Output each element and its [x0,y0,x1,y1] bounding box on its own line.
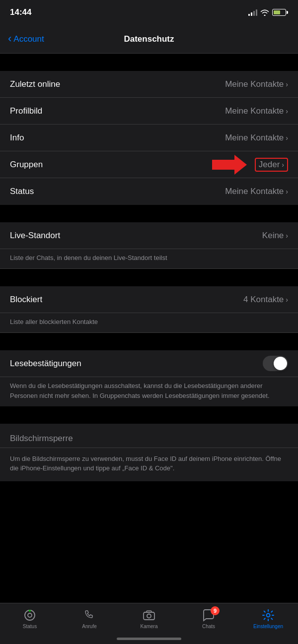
status-icon [23,608,37,622]
svg-rect-4 [144,612,154,620]
blockiert-row[interactable]: Blockiert 4 Kontakte › [0,286,298,313]
content-area: Zuletzt online Meine Kontakte › Profilbi… [0,54,298,603]
signal-icon [248,9,257,16]
page-title: Datenschutz [124,34,174,44]
lesebestatigungen-label: Lesebestätigungen [10,359,81,369]
gruppen-highlight-box: Jeder › [255,158,288,172]
back-label: Account [13,34,44,44]
info-value: Meine Kontakte › [225,133,288,143]
info-label: Info [10,133,24,143]
status-privacy-value: Meine Kontakte › [225,187,288,196]
chevron-icon: › [286,232,288,240]
zuletzt-online-value: Meine Kontakte › [225,79,288,89]
svg-point-2 [28,613,32,617]
info-row[interactable]: Info Meine Kontakte › [0,125,298,151]
chevron-icon: › [286,188,288,195]
section-gap-5 [0,406,298,424]
back-chevron-icon: ‹ [8,32,11,45]
read-receipts-section: Lesebestätigungen Wenn du die Lesebestät… [0,350,298,406]
tab-settings-label: Einstellungen [253,624,283,629]
blocked-section: Blockiert 4 Kontakte › Liste aller block… [0,286,298,333]
privacy-section: Zuletzt online Meine Kontakte › Profilbi… [0,71,298,205]
screen-lock-desc-text: Um die Bildschirmsperre zu verwenden, mu… [10,455,281,472]
section-gap-2 [0,205,298,222]
camera-tab-icon [142,608,156,622]
screen-lock-header: Bildschirmsperre [0,424,298,448]
back-button[interactable]: ‹ Account [8,33,44,45]
chevron-icon: › [286,107,288,115]
live-standort-value: Keine › [262,231,288,241]
section-gap-4 [0,333,298,350]
svg-marker-0 [212,155,247,175]
screen-lock-section: Bildschirmsperre Um die Bildschirmsperre… [0,424,298,481]
tab-chats-label: Chats [202,624,215,629]
tab-camera-label: Kamera [140,624,157,629]
lesebestatigungen-desc-text: Wenn du die Lesebestätigungen ausschalte… [10,382,270,399]
live-location-section: Live-Standort Keine › Liste der Chats, i… [0,222,298,269]
live-standort-description: Liste der Chats, in denen du deinen Live… [0,249,298,269]
blockiert-description: Liste aller blockierten Kontakte [0,313,298,333]
camera-icon [142,608,156,622]
status-row[interactable]: Status Meine Kontakte › [0,178,298,205]
status-bar: 14:44 [0,0,298,25]
gruppen-value: Jeder [259,160,280,170]
chevron-icon: › [286,80,288,88]
screen-lock-description: Um die Bildschirmsperre zu verwenden, mu… [0,448,298,481]
gruppen-right: Jeder › [212,155,288,175]
chevron-icon: › [286,296,288,304]
wifi-icon [260,9,269,16]
profilbild-value: Meine Kontakte › [225,106,288,116]
calls-icon [82,608,96,622]
toggle-thumb [274,357,287,370]
svg-point-3 [29,610,31,612]
chats-badge: 9 [211,606,220,615]
tab-chats[interactable]: 9 Chats [191,608,226,629]
gruppen-label: Gruppen [10,160,43,170]
blockiert-label: Blockiert [10,295,42,305]
nav-bar: ‹ Account Datenschutz [0,25,298,54]
calls-tab-icon [82,608,96,622]
blockiert-value: 4 Kontakte › [243,295,288,305]
gruppen-row[interactable]: Gruppen Jeder › [0,151,298,178]
zuletzt-online-label: Zuletzt online [10,79,60,89]
status-time: 14:44 [10,7,31,17]
section-gap-1 [0,54,298,71]
lesebestatigungen-description: Wenn du die Lesebestätigungen ausschalte… [0,377,298,406]
screen-lock-header-text: Bildschirmsperre [10,434,73,443]
zuletzt-online-row[interactable]: Zuletzt online Meine Kontakte › [0,71,298,98]
blockiert-desc-text: Liste aller blockierten Kontakte [10,318,98,325]
profilbild-row[interactable]: Profilbild Meine Kontakte › [0,98,298,125]
chevron-icon: › [282,161,284,169]
settings-tab-icon [261,608,275,622]
status-icons [248,9,288,16]
section-gap-3 [0,269,298,286]
live-standort-desc-text: Liste der Chats, in denen du deinen Live… [10,254,167,261]
tab-status-label: Status [23,624,37,629]
tab-calls[interactable]: Anrufe [72,608,107,629]
tab-status[interactable]: Status [12,608,47,629]
tab-settings[interactable]: Einstellungen [251,608,286,629]
lesebestatigungen-toggle[interactable] [263,356,288,371]
section-gap-bottom [0,481,298,499]
settings-icon [261,608,275,622]
live-standort-row[interactable]: Live-Standort Keine › [0,222,298,249]
live-standort-label: Live-Standort [10,231,60,241]
profilbild-label: Profilbild [10,106,42,116]
home-indicator [117,638,181,640]
tab-camera[interactable]: Kamera [132,608,166,629]
svg-point-5 [147,614,151,618]
status-privacy-label: Status [10,187,34,196]
tab-calls-label: Anrufe [82,624,96,629]
chats-tab-icon: 9 [202,608,216,622]
red-arrow-icon [212,155,247,175]
svg-point-6 [267,614,270,617]
status-tab-icon [23,608,37,622]
battery-icon [272,9,288,16]
chevron-icon: › [286,134,288,142]
lesebestatigungen-row: Lesebestätigungen [0,350,298,377]
